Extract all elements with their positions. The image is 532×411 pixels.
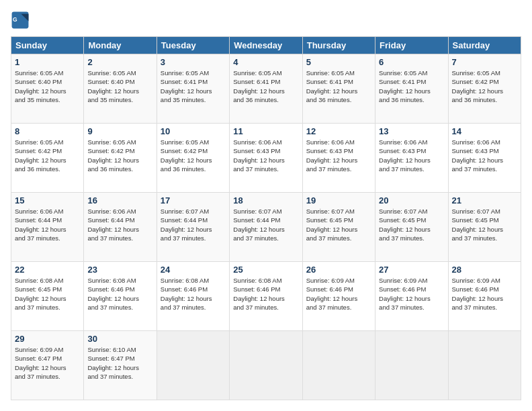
calendar-cell [448, 331, 521, 400]
calendar-cell: 10Sunrise: 6:05 AM Sunset: 6:42 PM Dayli… [157, 124, 229, 193]
day-number: 14 [452, 126, 517, 136]
day-info: Sunrise: 6:06 AM Sunset: 6:43 PM Dayligh… [306, 138, 371, 173]
calendar-week-row: 22Sunrise: 6:08 AM Sunset: 6:45 PM Dayli… [11, 262, 521, 331]
day-number: 25 [233, 265, 298, 275]
calendar-cell: 29Sunrise: 6:09 AM Sunset: 6:47 PM Dayli… [11, 331, 84, 400]
day-info: Sunrise: 6:09 AM Sunset: 6:46 PM Dayligh… [306, 276, 371, 312]
day-number: 3 [161, 57, 226, 67]
calendar-cell: 13Sunrise: 6:06 AM Sunset: 6:43 PM Dayli… [375, 124, 448, 193]
day-info: Sunrise: 6:09 AM Sunset: 6:46 PM Dayligh… [452, 276, 517, 312]
calendar-header-friday: Friday [375, 37, 448, 54]
day-number: 6 [379, 57, 444, 67]
calendar-cell: 26Sunrise: 6:09 AM Sunset: 6:46 PM Dayli… [302, 262, 375, 331]
day-info: Sunrise: 6:07 AM Sunset: 6:44 PM Dayligh… [233, 207, 298, 242]
calendar-cell: 25Sunrise: 6:08 AM Sunset: 6:46 PM Dayli… [230, 262, 302, 331]
calendar-cell: 18Sunrise: 6:07 AM Sunset: 6:44 PM Dayli… [230, 193, 302, 262]
day-info: Sunrise: 6:05 AM Sunset: 6:41 PM Dayligh… [233, 68, 298, 104]
day-number: 26 [306, 265, 371, 275]
day-number: 10 [161, 126, 226, 136]
calendar-cell: 3Sunrise: 6:05 AM Sunset: 6:41 PM Daylig… [157, 54, 229, 124]
calendar-cell: 2Sunrise: 6:05 AM Sunset: 6:40 PM Daylig… [84, 54, 157, 124]
day-info: Sunrise: 6:09 AM Sunset: 6:46 PM Dayligh… [379, 276, 444, 312]
day-number: 9 [87, 126, 152, 136]
calendar-cell: 5Sunrise: 6:05 AM Sunset: 6:41 PM Daylig… [302, 54, 375, 124]
calendar-header-thursday: Thursday [302, 37, 375, 54]
day-info: Sunrise: 6:07 AM Sunset: 6:45 PM Dayligh… [379, 207, 444, 242]
day-number: 5 [306, 57, 371, 67]
day-number: 13 [379, 126, 444, 136]
day-info: Sunrise: 6:06 AM Sunset: 6:44 PM Dayligh… [87, 207, 152, 242]
day-info: Sunrise: 6:06 AM Sunset: 6:43 PM Dayligh… [452, 138, 517, 173]
day-number: 2 [87, 57, 152, 67]
general-blue-logo-icon: G [11, 11, 30, 30]
day-number: 18 [233, 195, 298, 205]
day-info: Sunrise: 6:08 AM Sunset: 6:46 PM Dayligh… [87, 276, 152, 312]
day-number: 8 [15, 126, 80, 136]
calendar-table: SundayMondayTuesdayWednesdayThursdayFrid… [11, 36, 521, 400]
day-number: 7 [452, 57, 517, 67]
calendar-cell: 7Sunrise: 6:05 AM Sunset: 6:42 PM Daylig… [448, 54, 521, 124]
day-number: 15 [15, 195, 80, 205]
logo: G [11, 11, 32, 30]
day-number: 21 [452, 195, 517, 205]
calendar-cell: 27Sunrise: 6:09 AM Sunset: 6:46 PM Dayli… [375, 262, 448, 331]
day-info: Sunrise: 6:08 AM Sunset: 6:46 PM Dayligh… [161, 276, 226, 312]
calendar-week-row: 15Sunrise: 6:06 AM Sunset: 6:44 PM Dayli… [11, 193, 521, 262]
day-number: 27 [379, 265, 444, 275]
calendar-cell [157, 331, 229, 400]
day-number: 28 [452, 265, 517, 275]
calendar-cell: 15Sunrise: 6:06 AM Sunset: 6:44 PM Dayli… [11, 193, 84, 262]
calendar-header-monday: Monday [84, 37, 157, 54]
calendar-cell: 9Sunrise: 6:05 AM Sunset: 6:42 PM Daylig… [84, 124, 157, 193]
calendar-header-sunday: Sunday [11, 37, 84, 54]
page: G SundayMondayTuesdayWednesdayThursdayFr… [0, 0, 532, 411]
day-number: 4 [233, 57, 298, 67]
calendar-cell: 22Sunrise: 6:08 AM Sunset: 6:45 PM Dayli… [11, 262, 84, 331]
day-info: Sunrise: 6:07 AM Sunset: 6:45 PM Dayligh… [452, 207, 517, 242]
day-info: Sunrise: 6:05 AM Sunset: 6:40 PM Dayligh… [87, 68, 152, 104]
day-info: Sunrise: 6:05 AM Sunset: 6:42 PM Dayligh… [452, 68, 517, 104]
day-info: Sunrise: 6:05 AM Sunset: 6:40 PM Dayligh… [15, 68, 80, 104]
calendar-cell: 4Sunrise: 6:05 AM Sunset: 6:41 PM Daylig… [230, 54, 302, 124]
day-number: 20 [379, 195, 444, 205]
day-info: Sunrise: 6:06 AM Sunset: 6:43 PM Dayligh… [233, 138, 298, 173]
day-number: 16 [87, 195, 152, 205]
day-info: Sunrise: 6:07 AM Sunset: 6:45 PM Dayligh… [306, 207, 371, 242]
calendar-cell: 24Sunrise: 6:08 AM Sunset: 6:46 PM Dayli… [157, 262, 229, 331]
day-number: 30 [87, 334, 152, 344]
day-info: Sunrise: 6:05 AM Sunset: 6:42 PM Dayligh… [15, 138, 80, 173]
day-number: 19 [306, 195, 371, 205]
day-number: 22 [15, 265, 80, 275]
svg-text:G: G [13, 16, 17, 23]
calendar-cell: 19Sunrise: 6:07 AM Sunset: 6:45 PM Dayli… [302, 193, 375, 262]
calendar-cell: 8Sunrise: 6:05 AM Sunset: 6:42 PM Daylig… [11, 124, 84, 193]
calendar-cell: 6Sunrise: 6:05 AM Sunset: 6:41 PM Daylig… [375, 54, 448, 124]
day-info: Sunrise: 6:08 AM Sunset: 6:46 PM Dayligh… [233, 276, 298, 312]
calendar-cell: 1Sunrise: 6:05 AM Sunset: 6:40 PM Daylig… [11, 54, 84, 124]
day-info: Sunrise: 6:06 AM Sunset: 6:43 PM Dayligh… [379, 138, 444, 173]
calendar-cell: 23Sunrise: 6:08 AM Sunset: 6:46 PM Dayli… [84, 262, 157, 331]
calendar-header-tuesday: Tuesday [157, 37, 229, 54]
calendar-cell [302, 331, 375, 400]
calendar-header-saturday: Saturday [448, 37, 521, 54]
calendar-cell [230, 331, 302, 400]
day-info: Sunrise: 6:07 AM Sunset: 6:44 PM Dayligh… [161, 207, 226, 242]
calendar-cell: 28Sunrise: 6:09 AM Sunset: 6:46 PM Dayli… [448, 262, 521, 331]
calendar-cell: 12Sunrise: 6:06 AM Sunset: 6:43 PM Dayli… [302, 124, 375, 193]
calendar-header-row: SundayMondayTuesdayWednesdayThursdayFrid… [11, 37, 521, 54]
header: G [11, 11, 521, 30]
calendar-cell: 21Sunrise: 6:07 AM Sunset: 6:45 PM Dayli… [448, 193, 521, 262]
day-number: 12 [306, 126, 371, 136]
day-info: Sunrise: 6:05 AM Sunset: 6:42 PM Dayligh… [161, 138, 226, 173]
day-number: 29 [15, 334, 80, 344]
day-info: Sunrise: 6:05 AM Sunset: 6:41 PM Dayligh… [161, 68, 226, 104]
day-number: 1 [15, 57, 80, 67]
calendar-cell: 16Sunrise: 6:06 AM Sunset: 6:44 PM Dayli… [84, 193, 157, 262]
day-info: Sunrise: 6:08 AM Sunset: 6:45 PM Dayligh… [15, 276, 80, 312]
calendar-week-row: 8Sunrise: 6:05 AM Sunset: 6:42 PM Daylig… [11, 124, 521, 193]
day-info: Sunrise: 6:05 AM Sunset: 6:41 PM Dayligh… [306, 68, 371, 104]
day-info: Sunrise: 6:09 AM Sunset: 6:47 PM Dayligh… [15, 345, 80, 381]
day-info: Sunrise: 6:06 AM Sunset: 6:44 PM Dayligh… [15, 207, 80, 242]
calendar-week-row: 29Sunrise: 6:09 AM Sunset: 6:47 PM Dayli… [11, 331, 521, 400]
calendar-cell: 17Sunrise: 6:07 AM Sunset: 6:44 PM Dayli… [157, 193, 229, 262]
